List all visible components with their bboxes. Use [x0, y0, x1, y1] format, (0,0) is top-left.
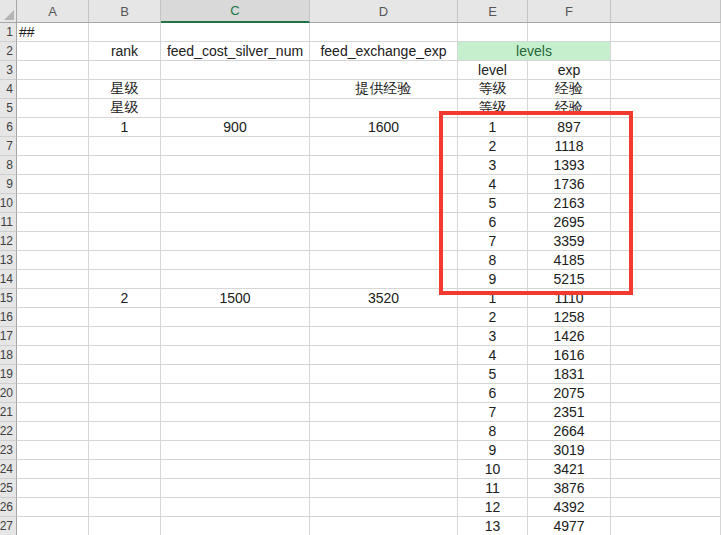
cell-B19[interactable] [89, 365, 161, 384]
cell-G1[interactable] [611, 23, 721, 42]
column-header-E[interactable]: E [458, 0, 528, 23]
cell-A18[interactable] [17, 346, 89, 365]
cell-B27[interactable] [89, 517, 161, 535]
cell-G24[interactable] [611, 460, 721, 479]
cell-E27[interactable]: 13 [458, 517, 528, 535]
cell-C23[interactable] [161, 441, 310, 460]
cell-A3[interactable] [17, 61, 89, 80]
cell-C5[interactable] [161, 99, 310, 118]
cell-D21[interactable] [310, 403, 458, 422]
cell-E16[interactable]: 2 [458, 308, 528, 327]
cell-A16[interactable] [17, 308, 89, 327]
cell-E15[interactable]: 1 [458, 289, 528, 308]
cell-B4[interactable]: 星级 [89, 80, 161, 99]
cell-E22[interactable]: 8 [458, 422, 528, 441]
cell-D15[interactable]: 3520 [310, 289, 458, 308]
cell-D10[interactable] [310, 194, 458, 213]
cell-C9[interactable] [161, 175, 310, 194]
cell-E14[interactable]: 9 [458, 270, 528, 289]
cell-B5[interactable]: 星级 [89, 99, 161, 118]
cell-E6[interactable]: 1 [458, 118, 528, 137]
cell-D24[interactable] [310, 460, 458, 479]
cell-D7[interactable] [310, 137, 458, 156]
cell-B20[interactable] [89, 384, 161, 403]
cell-A7[interactable] [17, 137, 89, 156]
cell-B7[interactable] [89, 137, 161, 156]
cell-E23[interactable]: 9 [458, 441, 528, 460]
cell-F23[interactable]: 3019 [528, 441, 611, 460]
cell-E9[interactable]: 4 [458, 175, 528, 194]
cell-B2[interactable]: rank [89, 42, 161, 61]
row-header-21[interactable]: 21 [0, 403, 17, 422]
cell-B1[interactable] [89, 23, 161, 42]
cell-E1[interactable] [458, 23, 528, 42]
cell-G21[interactable] [611, 403, 721, 422]
row-header-11[interactable]: 11 [0, 213, 17, 232]
cell-B9[interactable] [89, 175, 161, 194]
cell-G26[interactable] [611, 498, 721, 517]
cell-E4[interactable]: 等级 [458, 80, 528, 99]
cell-A12[interactable] [17, 232, 89, 251]
cell-F17[interactable]: 1426 [528, 327, 611, 346]
cell-G12[interactable] [611, 232, 721, 251]
cell-F14[interactable]: 5215 [528, 270, 611, 289]
cell-F18[interactable]: 1616 [528, 346, 611, 365]
cell-C24[interactable] [161, 460, 310, 479]
cell-A21[interactable] [17, 403, 89, 422]
cell-F20[interactable]: 2075 [528, 384, 611, 403]
cell-F21[interactable]: 2351 [528, 403, 611, 422]
cell-G8[interactable] [611, 156, 721, 175]
cell-E24[interactable]: 10 [458, 460, 528, 479]
cell-F4[interactable]: 经验 [528, 80, 611, 99]
cell-E2-merged[interactable]: levels [458, 42, 611, 61]
row-header-13[interactable]: 13 [0, 251, 17, 270]
cell-G17[interactable] [611, 327, 721, 346]
cell-F13[interactable]: 4185 [528, 251, 611, 270]
cell-F5[interactable]: 经验 [528, 99, 611, 118]
cell-A17[interactable] [17, 327, 89, 346]
cell-C27[interactable] [161, 517, 310, 535]
row-header-5[interactable]: 5 [0, 99, 17, 118]
row-header-17[interactable]: 17 [0, 327, 17, 346]
cell-F8[interactable]: 1393 [528, 156, 611, 175]
cell-D1[interactable] [310, 23, 458, 42]
cell-F7[interactable]: 1118 [528, 137, 611, 156]
cell-C2[interactable]: feed_cost_silver_num [161, 42, 310, 61]
cell-D17[interactable] [310, 327, 458, 346]
cell-A11[interactable] [17, 213, 89, 232]
cell-D6[interactable]: 1600 [310, 118, 458, 137]
cell-D2[interactable]: feed_exchange_exp [310, 42, 458, 61]
cell-D23[interactable] [310, 441, 458, 460]
cell-G10[interactable] [611, 194, 721, 213]
cell-B8[interactable] [89, 156, 161, 175]
cell-E26[interactable]: 12 [458, 498, 528, 517]
cell-E10[interactable]: 5 [458, 194, 528, 213]
cell-C21[interactable] [161, 403, 310, 422]
cell-C20[interactable] [161, 384, 310, 403]
cell-G27[interactable] [611, 517, 721, 535]
cell-C12[interactable] [161, 232, 310, 251]
row-header-6[interactable]: 6 [0, 118, 17, 137]
cell-B26[interactable] [89, 498, 161, 517]
cell-C18[interactable] [161, 346, 310, 365]
cell-A23[interactable] [17, 441, 89, 460]
cell-A26[interactable] [17, 498, 89, 517]
cell-G15[interactable] [611, 289, 721, 308]
cell-C19[interactable] [161, 365, 310, 384]
cell-A22[interactable] [17, 422, 89, 441]
cell-A8[interactable] [17, 156, 89, 175]
row-header-23[interactable]: 23 [0, 441, 17, 460]
cell-A4[interactable] [17, 80, 89, 99]
cell-C8[interactable] [161, 156, 310, 175]
column-header-B[interactable]: B [89, 0, 161, 23]
cell-B25[interactable] [89, 479, 161, 498]
cell-F16[interactable]: 1258 [528, 308, 611, 327]
column-header-A[interactable]: A [17, 0, 89, 23]
row-header-2[interactable]: 2 [0, 42, 17, 61]
column-header-D[interactable]: D [310, 0, 458, 23]
cell-G22[interactable] [611, 422, 721, 441]
cell-E12[interactable]: 7 [458, 232, 528, 251]
row-header-24[interactable]: 24 [0, 460, 17, 479]
cell-E25[interactable]: 11 [458, 479, 528, 498]
cell-A5[interactable] [17, 99, 89, 118]
